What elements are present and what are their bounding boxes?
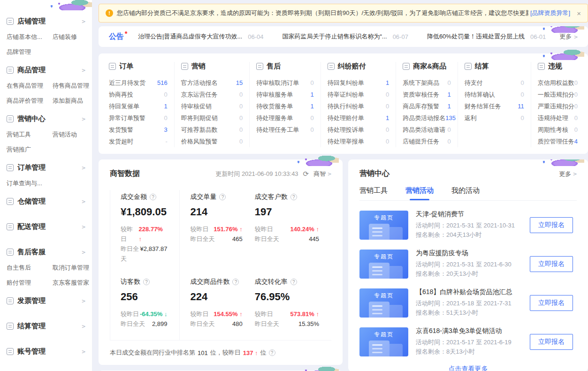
yesterday-label: 昨日全天 bbox=[190, 319, 214, 329]
activity-title[interactable]: 天津-促销消费节 bbox=[416, 210, 524, 219]
sidebar-section-header[interactable]: 售后客服 > bbox=[7, 247, 85, 257]
todo-row[interactable]: 即将到期促销 0 bbox=[181, 112, 243, 124]
todo-row[interactable]: 待处理任务工单 0 bbox=[256, 124, 314, 136]
apply-button[interactable]: 立即报名 bbox=[530, 217, 573, 233]
sidebar-link[interactable]: 订单查询与... bbox=[7, 179, 53, 188]
todo-row[interactable]: 待执行纠纷单 0 bbox=[328, 100, 389, 112]
todo-row[interactable]: 异常订单预警 0 bbox=[109, 112, 168, 124]
todo-row[interactable]: 违规待处理 0 bbox=[538, 112, 578, 124]
industry-rank-line: 本日成交金额在同行业中排名第 101 位，较昨日 137 ↑ 位 ? bbox=[110, 340, 331, 365]
todo-row[interactable]: 系统下架商品 0 bbox=[403, 77, 451, 89]
sidebar-link[interactable]: 取消订单管理 bbox=[53, 264, 89, 272]
sidebar-section-header[interactable]: 发票管理 > bbox=[7, 295, 85, 306]
sidebar-link[interactable]: 在售商品管理 bbox=[7, 82, 53, 90]
todo-row[interactable]: 待回复纠纷单 1 bbox=[328, 77, 389, 89]
shangzhi-link[interactable]: 商智 > bbox=[313, 170, 331, 178]
activity-title[interactable]: 为粤应援防疫专场 bbox=[416, 249, 524, 257]
sidebar-section-header[interactable]: 配送管理 > bbox=[7, 221, 85, 232]
marketing-tab[interactable]: 营销工具 bbox=[359, 186, 388, 200]
alert-link[interactable]: [品牌资质异常] bbox=[530, 9, 570, 17]
activity-thumbnail[interactable]: 专题页 bbox=[359, 327, 408, 356]
todo-row[interactable]: 发货预警 3 bbox=[109, 124, 168, 136]
todo-row[interactable]: 待结算确认 0 bbox=[465, 89, 524, 100]
metric-vs-row: 较昨日 -64.35% ↓ bbox=[121, 309, 179, 319]
sidebar-section-header[interactable]: 营销中心 > bbox=[7, 114, 85, 124]
todo-row[interactable]: 待处理举报单 0 bbox=[328, 136, 389, 147]
announcement-item[interactable]: 降低60%处罚量！违规处置分层上线 06-01 bbox=[427, 32, 546, 41]
help-icon[interactable]: ? bbox=[219, 194, 226, 200]
todo-row[interactable]: 待审核促销 0 bbox=[181, 100, 243, 112]
todo-row[interactable]: 财务结算任务 11 bbox=[465, 100, 524, 112]
help-icon[interactable]: ? bbox=[269, 349, 275, 356]
marketing-tab[interactable]: 营销活动 bbox=[405, 186, 434, 200]
sidebar-section-header[interactable]: 店铺管理 > bbox=[7, 16, 85, 26]
todo-row[interactable]: 返利 0 bbox=[465, 112, 524, 124]
todo-row[interactable]: 京东运营任务 0 bbox=[181, 89, 243, 100]
sidebar-section-header[interactable]: 商品管理 > bbox=[7, 65, 85, 75]
todo-row[interactable]: 官方活动报名 15 bbox=[181, 77, 243, 89]
marketing-tab[interactable]: 我的活动 bbox=[451, 186, 480, 200]
sidebar-link[interactable]: 营销活动 bbox=[53, 130, 85, 139]
todo-row[interactable]: 近三月待发货 516 bbox=[109, 77, 168, 89]
todo-row[interactable]: 京信用权益数 0 bbox=[538, 77, 578, 89]
sidebar-link[interactable]: 商品评价管理 bbox=[7, 97, 53, 105]
todo-row[interactable]: 待处理服务单 0 bbox=[256, 112, 314, 124]
sidebar-link[interactable]: 营销推广 bbox=[7, 145, 53, 154]
apply-button[interactable]: 立即报名 bbox=[530, 295, 573, 311]
announcement-item[interactable]: 国家药监局关于停止销售标识名称为“... 06-07 bbox=[282, 32, 408, 41]
todo-row[interactable]: 发货超时 - bbox=[109, 136, 168, 147]
sidebar-link[interactable]: 赔付管理 bbox=[7, 279, 53, 287]
todo-row-value: 0 bbox=[574, 126, 578, 133]
sidebar-section-header[interactable]: 订单管理 > bbox=[7, 162, 85, 173]
todo-row[interactable]: 待回复催单 1 bbox=[109, 100, 168, 112]
activity-thumbnail[interactable]: 专题页 bbox=[359, 288, 408, 318]
sidebar-link[interactable]: 京东客服管家 bbox=[53, 279, 89, 287]
sidebar-link[interactable]: 待售商品管理 bbox=[53, 82, 89, 90]
todo-row[interactable]: 待收货服务单 1 bbox=[256, 100, 314, 112]
sidebar-link[interactable]: 营销工具 bbox=[7, 130, 53, 139]
todo-row[interactable]: 待审核服务单 1 bbox=[256, 89, 314, 100]
todo-row[interactable]: 待处理赔付单 1 bbox=[328, 112, 389, 124]
help-icon[interactable]: ? bbox=[290, 194, 297, 200]
help-icon[interactable]: ? bbox=[232, 279, 239, 285]
sidebar-link[interactable]: 店铺装修 bbox=[53, 33, 85, 41]
todo-row[interactable]: 资质审核任务 1 bbox=[403, 89, 451, 100]
activity-thumbnail[interactable]: 专题页 bbox=[359, 211, 408, 240]
announcement-more-link[interactable]: 更多 > bbox=[551, 32, 578, 41]
help-icon[interactable]: ? bbox=[290, 279, 297, 285]
marketing-more-link[interactable]: 更多 > bbox=[559, 170, 577, 178]
sidebar-link[interactable]: 添加新商品 bbox=[53, 97, 89, 105]
view-more-link[interactable]: 点击查看更多 bbox=[359, 365, 577, 371]
todo-row[interactable]: 协商再投 0 bbox=[109, 89, 168, 100]
sidebar-section-header[interactable]: 仓储管理 > bbox=[7, 196, 85, 206]
todo-row[interactable]: 可推荐新品数 0 bbox=[181, 124, 243, 136]
todo-row[interactable]: 质控管理任务 4 bbox=[538, 136, 578, 147]
sidebar-section-header[interactable]: 结算管理 > bbox=[7, 321, 85, 331]
todo-row[interactable]: 待支付 0 bbox=[465, 77, 524, 89]
sidebar-link[interactable]: 品牌管理 bbox=[7, 48, 53, 56]
help-icon[interactable]: ? bbox=[143, 279, 150, 285]
activity-title[interactable]: 京喜618-满3单免3单促销活动 bbox=[416, 327, 524, 335]
todo-row[interactable]: 价格风险预警 0 bbox=[181, 136, 243, 147]
todo-row[interactable]: 周期性考核 0 bbox=[538, 124, 578, 136]
help-icon[interactable]: ? bbox=[150, 194, 156, 200]
refresh-icon[interactable]: ⟳ bbox=[303, 170, 309, 178]
todo-row[interactable]: 待审核取消订单 0 bbox=[256, 77, 314, 89]
sidebar-link[interactable]: 自主售后 bbox=[7, 264, 53, 272]
todo-row[interactable]: 一般违规扣分 0 bbox=[538, 89, 578, 100]
sidebar-link[interactable]: 店铺基本信... bbox=[7, 33, 53, 41]
sidebar-section-header[interactable]: 账号管理 > bbox=[7, 346, 85, 356]
todo-row[interactable]: 商品库存预警 1 bbox=[403, 100, 451, 112]
todo-row[interactable]: 待处理投诉单 0 bbox=[328, 124, 389, 136]
activity-thumbnail[interactable]: 专题页 bbox=[359, 250, 408, 279]
close-icon[interactable]: × bbox=[570, 9, 581, 17]
apply-button[interactable]: 立即报名 bbox=[530, 334, 573, 350]
todo-row[interactable]: 跨品类活动邀请 0 bbox=[403, 124, 451, 136]
todo-row[interactable]: 跨品类活动报名 135 bbox=[403, 112, 451, 124]
announcement-item[interactable]: 治理公告|普通商品虚假夸大宣传功效... 06-04 bbox=[138, 32, 263, 41]
apply-button[interactable]: 立即报名 bbox=[530, 256, 573, 272]
todo-row[interactable]: 待举证纠纷单 0 bbox=[328, 89, 389, 100]
todo-row[interactable]: 店铺提升任务 0 bbox=[403, 136, 451, 147]
activity-title[interactable]: 【618】白牌补贴会场货品池汇总 bbox=[416, 288, 524, 296]
todo-row[interactable]: 严重违规扣分 0 bbox=[538, 100, 578, 112]
